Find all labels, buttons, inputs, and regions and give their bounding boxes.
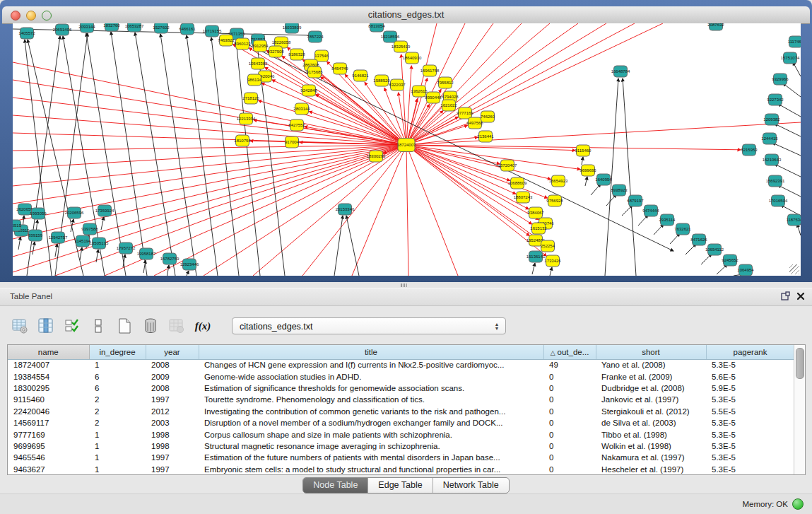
graph-node[interactable]: 10654112 — [705, 244, 724, 255]
float-window-icon[interactable] — [781, 291, 790, 300]
graph-node[interactable]: 20691406 — [53, 24, 72, 35]
graph-edge[interactable] — [33, 242, 35, 255]
graph-edge[interactable] — [111, 32, 147, 276]
close-panel-icon[interactable] — [796, 292, 805, 300]
graph-edge[interactable] — [334, 216, 343, 276]
graph-node[interactable]: 18724007 — [397, 139, 416, 152]
graph-node[interactable]: 9474444 — [642, 205, 659, 216]
graph-edge[interactable] — [55, 244, 57, 257]
graph-edge[interactable] — [406, 23, 465, 145]
divider-handle-icon[interactable] — [401, 284, 407, 287]
table-row[interactable]: 946554611997Estimation of the future num… — [8, 452, 794, 463]
table-row[interactable]: 1456911722003Disruption of a novel membe… — [8, 417, 794, 428]
table-row[interactable]: 1938455462009Genome-wide association stu… — [8, 370, 794, 382]
graph-node[interactable]: 20206596 — [65, 207, 84, 218]
graph-node[interactable]: 1209382 — [763, 114, 780, 125]
graph-edge[interactable] — [233, 37, 673, 251]
graph-edge[interactable] — [654, 224, 664, 235]
graph-node[interactable]: 16654923 — [549, 175, 568, 187]
graph-edge[interactable] — [550, 267, 552, 276]
graph-node[interactable]: 910515 — [13, 220, 22, 231]
graph-node[interactable]: 1810754 — [234, 135, 251, 146]
rows-icon[interactable] — [88, 316, 108, 336]
network-canvas[interactable]: 1405572206914062093144183276010653287152… — [13, 23, 801, 276]
graph-node[interactable]: 9397588 — [81, 223, 98, 235]
window-titlebar[interactable]: citations_edges.txt — [2, 6, 810, 24]
graph-node[interactable]: 12923446 — [180, 259, 199, 270]
graph-edge[interactable] — [532, 263, 535, 274]
graph-node[interactable]: 2718120 — [242, 93, 259, 104]
graph-edge[interactable] — [352, 145, 406, 276]
column-select-icon[interactable] — [36, 316, 56, 336]
graph-edge[interactable] — [187, 271, 189, 276]
function-builder-icon[interactable]: f(x) — [193, 316, 213, 336]
graph-node[interactable]: 9242848 — [300, 85, 317, 96]
graph-node[interactable]: 939159 — [28, 230, 43, 241]
graph-edge[interactable] — [582, 157, 583, 165]
graph-node[interactable]: 16033809 — [283, 23, 302, 33]
table-row[interactable]: 2242004622012Investigating the contribut… — [8, 406, 794, 417]
graph-node[interactable]: 1145194 — [75, 235, 92, 247]
table-select-dropdown[interactable]: citations_edges.txt ▲▼ — [232, 317, 506, 334]
graph-node[interactable]: 7632621 — [674, 223, 691, 235]
graph-node[interactable]: 16782759 — [160, 253, 180, 264]
graph-node[interactable]: 7955812 — [437, 77, 454, 88]
graph-node[interactable]: 8912954 — [252, 40, 269, 52]
graph-node[interactable]: 9384067 — [527, 207, 544, 218]
graph-node[interactable]: 18325419 — [392, 41, 411, 52]
graph-node[interactable]: 6879197 — [627, 195, 644, 206]
graph-node[interactable]: 16961758 — [420, 65, 440, 76]
graph-node[interactable]: 2093144 — [78, 23, 95, 33]
graph-node[interactable]: 1588520 — [373, 75, 390, 86]
table-row[interactable]: 946362711997Embryonic stem cells: a mode… — [8, 464, 794, 475]
graph-node[interactable]: 8427552 — [288, 119, 305, 131]
graph-node[interactable]: 17016504 — [769, 195, 788, 206]
graph-edge[interactable] — [775, 124, 801, 136]
graph-edge[interactable] — [793, 62, 801, 76]
graph-edge[interactable] — [13, 145, 406, 239]
graph-edge[interactable] — [585, 177, 587, 186]
graph-node[interactable]: 10688609 — [508, 177, 527, 189]
graph-node[interactable]: 917004 — [285, 136, 300, 148]
tab-edge-table[interactable]: Edge Table — [367, 478, 432, 493]
graph-node[interactable]: 7857224 — [307, 31, 324, 42]
graph-node[interactable]: 13505135 — [90, 238, 109, 249]
graph-node[interactable]: 9329966 — [772, 74, 789, 85]
graph-edge[interactable] — [154, 145, 406, 276]
graph-node[interactable]: 1733426 — [544, 255, 561, 267]
graph-node[interactable]: 15720407 — [498, 160, 517, 171]
graph-edge[interactable] — [13, 62, 406, 145]
graph-node[interactable]: 1993059 — [30, 208, 47, 219]
graph-node[interactable]: 986134 — [247, 74, 262, 86]
row-selection-icon[interactable] — [62, 316, 82, 336]
graph-node[interactable]: 8454749 — [331, 63, 348, 74]
graph-node[interactable]: 1117462 — [788, 36, 801, 47]
column-header-out_degree[interactable]: △out_de... — [543, 345, 596, 359]
graph-node[interactable]: 9699695 — [579, 165, 596, 176]
resize-grip-icon[interactable] — [789, 264, 799, 274]
graph-node[interactable]: 1527602 — [153, 23, 170, 33]
table-row[interactable]: 911546021997Tourette syndrome. Phenomeno… — [8, 394, 794, 405]
column-header-name[interactable]: name — [8, 345, 89, 359]
graph-node[interactable]: 8938923 — [611, 185, 628, 196]
panel-divider[interactable] — [0, 282, 812, 288]
delete-table-icon[interactable] — [167, 316, 187, 336]
graph-node[interactable]: 16210643 — [763, 154, 782, 165]
graph-node[interactable]: 1832760 — [103, 23, 120, 31]
graph-node[interactable]: 2803144 — [293, 103, 310, 115]
graph-node[interactable]: 9175685 — [306, 66, 323, 78]
graph-edge[interactable] — [406, 145, 575, 151]
graph-node[interactable]: 1244415 — [761, 133, 778, 144]
graph-node[interactable]: 19958187 — [137, 248, 156, 259]
table-row[interactable]: 1872400712008Changes of HCN gene express… — [8, 359, 794, 370]
graph-node[interactable]: 2136441 — [477, 131, 494, 142]
graph-edge[interactable] — [259, 100, 406, 145]
graph-node[interactable]: 9227342 — [767, 94, 784, 105]
graph-edge[interactable] — [783, 83, 801, 97]
graph-edge[interactable] — [406, 145, 529, 235]
graph-node[interactable]: 2087632 — [707, 23, 724, 30]
graph-edge[interactable] — [406, 145, 529, 209]
graph-edge[interactable] — [143, 260, 146, 273]
graph-node[interactable]: 7463822 — [218, 35, 235, 46]
column-header-year[interactable]: year — [146, 345, 199, 359]
